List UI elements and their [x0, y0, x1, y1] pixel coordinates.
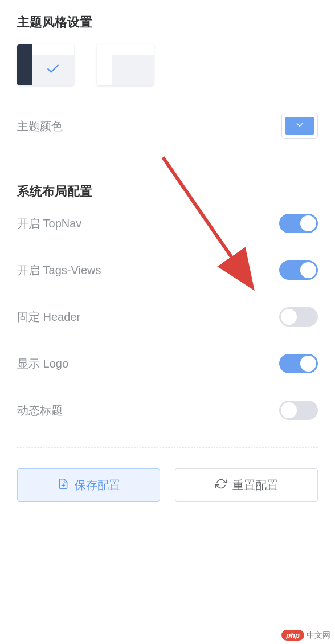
toggle-row-tagsviews: 开启 Tags-Views — [17, 260, 318, 280]
chevron-down-icon — [295, 120, 305, 133]
watermark-text: 中文网 — [307, 630, 330, 641]
toggle-label: 动态标题 — [17, 403, 63, 418]
toggle-tagsviews[interactable] — [279, 260, 318, 280]
watermark: php 中文网 — [281, 630, 330, 641]
divider — [17, 447, 318, 448]
theme-options — [17, 44, 318, 85]
theme-color-row: 主题颜色 — [17, 113, 318, 160]
toggle-knob — [281, 309, 297, 325]
toggle-topnav[interactable] — [279, 214, 318, 233]
theme-card-sidebar-dark — [17, 44, 32, 85]
theme-card-content — [112, 55, 154, 85]
toggle-label: 显示 Logo — [17, 356, 68, 372]
theme-card-sidebar-light — [97, 44, 112, 85]
toggle-label: 开启 Tags-Views — [17, 263, 101, 278]
reset-button-label: 重置配置 — [232, 478, 278, 493]
toggle-row-header: 固定 Header — [17, 307, 318, 327]
toggle-label: 固定 Header — [17, 309, 80, 325]
color-swatch — [285, 117, 314, 135]
toggle-knob — [281, 402, 297, 418]
toggle-row-logo: 显示 Logo — [17, 354, 318, 373]
reset-config-button[interactable]: 重置配置 — [175, 468, 318, 502]
check-icon — [46, 62, 60, 79]
toggle-row-dynamictitle: 动态标题 — [17, 401, 318, 420]
theme-section-title: 主题风格设置 — [17, 14, 318, 31]
refresh-icon — [215, 478, 227, 492]
toggle-logo[interactable] — [279, 354, 318, 373]
theme-option-dark[interactable] — [17, 44, 74, 85]
theme-card-content — [32, 55, 74, 85]
toggle-dynamictitle[interactable] — [279, 401, 318, 420]
watermark-badge: php — [281, 630, 304, 641]
theme-card-header — [32, 44, 74, 55]
theme-option-light[interactable] — [97, 44, 154, 85]
toggle-knob — [300, 215, 316, 231]
toggle-knob — [300, 262, 316, 278]
document-add-icon — [58, 478, 69, 492]
theme-card-body — [32, 44, 74, 85]
save-config-button[interactable]: 保存配置 — [17, 468, 160, 502]
theme-card-header — [112, 44, 154, 55]
save-button-label: 保存配置 — [75, 478, 120, 493]
toggle-header[interactable] — [279, 307, 318, 327]
toggle-row-topnav: 开启 TopNav — [17, 214, 318, 233]
layout-section-title: 系统布局配置 — [17, 183, 318, 200]
action-buttons: 保存配置 重置配置 — [17, 468, 318, 502]
theme-card-body — [112, 44, 154, 85]
toggle-label: 开启 TopNav — [17, 216, 81, 231]
theme-color-picker[interactable] — [281, 113, 318, 139]
toggle-knob — [300, 356, 316, 372]
theme-color-label: 主题颜色 — [17, 119, 63, 134]
